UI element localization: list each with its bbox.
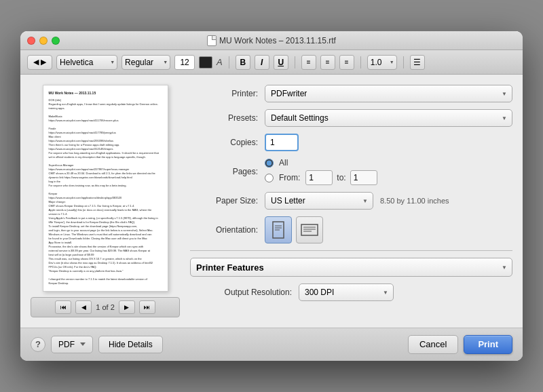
orientation-row: Orientation:	[190, 216, 512, 243]
printer-select[interactable]: PDFwriter	[265, 85, 512, 102]
align-left-button[interactable]: ≡	[301, 55, 316, 70]
close-button[interactable]	[27, 37, 35, 45]
output-resolution-dropdown-wrapper: 300 DPI	[299, 283, 394, 301]
from-page-input[interactable]	[305, 170, 333, 185]
pages-radio-group: All From: to:	[265, 158, 512, 185]
print-dialog: MU Work Notes – 2013.11.15.rtf ◀ ▶ Helve…	[20, 31, 523, 361]
output-resolution-select[interactable]: 300 DPI	[299, 283, 394, 301]
line-height-select[interactable]: 1.0	[367, 55, 397, 70]
first-page-button[interactable]: ⏮	[55, 300, 71, 314]
text-color-picker[interactable]	[199, 56, 212, 68]
presets-select[interactable]: Default Settings	[265, 109, 512, 127]
paper-size-select[interactable]: US Letter	[265, 192, 373, 210]
to-page-input[interactable]	[350, 170, 377, 185]
pages-control: All From: to:	[265, 158, 512, 185]
orientation-label: Orientation:	[190, 225, 265, 235]
font-family-wrapper: Helvetica	[56, 55, 117, 70]
landscape-icon	[301, 223, 318, 237]
help-button[interactable]: ?	[31, 337, 45, 352]
orientation-buttons	[265, 216, 512, 243]
font-size-input[interactable]: 12	[174, 55, 195, 70]
font-family-select[interactable]: Helvetica	[56, 55, 117, 70]
last-page-button[interactable]: ⏭	[139, 300, 155, 314]
paper-dimensions: 8.50 by 11.00 inches	[380, 197, 449, 205]
settings-pane: Printer: PDFwriter Presets: Default Sett…	[190, 85, 512, 317]
printer-row: Printer: PDFwriter	[190, 85, 512, 102]
line-height-wrapper: 1.0	[367, 55, 397, 70]
pages-label: Pages:	[190, 167, 265, 176]
document-icon	[207, 35, 217, 46]
align-center-button[interactable]: ≡	[320, 55, 335, 70]
align-right-button[interactable]: ≡	[339, 55, 354, 70]
traffic-lights	[27, 37, 60, 45]
hide-details-button[interactable]: Hide Details	[98, 336, 163, 353]
paper-size-label: Paper Size:	[190, 196, 265, 205]
document-preview: MU Work Notes — 2013.11.15 DOS (title) R…	[43, 85, 168, 292]
paper-size-inner: US Letter 8.50 by 11.00 inches	[265, 192, 512, 210]
minimize-button[interactable]	[39, 37, 48, 45]
titlebar: MU Work Notes – 2013.11.15.rtf	[20, 31, 523, 50]
orientation-control	[265, 216, 512, 243]
presets-row: Presets: Default Settings	[190, 109, 512, 127]
italic-button[interactable]: I	[255, 55, 269, 70]
divider-2	[295, 56, 295, 68]
printer-dropdown-wrapper: PDFwriter	[265, 85, 512, 102]
copies-row: Copies:	[190, 134, 512, 151]
page-navigation: ⏮ ◀ 1 of 2 ▶ ⏭	[31, 297, 180, 317]
main-area: MU Work Notes — 2013.11.15 DOS (title) R…	[20, 75, 523, 328]
portrait-icon	[272, 221, 285, 239]
paper-size-control: US Letter 8.50 by 11.00 inches	[265, 192, 512, 210]
section-divider	[190, 250, 512, 251]
presets-label: Presets:	[190, 113, 265, 123]
cancel-button[interactable]: Cancel	[408, 335, 458, 354]
presets-control: Default Settings	[265, 109, 512, 127]
printer-label: Printer:	[190, 89, 265, 98]
all-pages-label: All	[279, 158, 288, 168]
copies-control	[265, 134, 512, 151]
portrait-orientation-button[interactable]	[265, 216, 292, 243]
copies-label: Copies:	[190, 138, 265, 147]
features-header: Printer Features	[190, 258, 512, 277]
underline-button[interactable]: U	[274, 55, 288, 70]
output-resolution-row: Output Resolution: 300 DPI	[190, 283, 512, 301]
list-button[interactable]: ☰	[410, 55, 425, 70]
features-dropdown-wrapper: Printer Features	[190, 258, 512, 277]
next-page-button[interactable]: ▶	[119, 300, 135, 314]
toolbar: ◀ ▶ Helvetica Regular 12 A B I U ≡ ≡ ≡ 1…	[20, 50, 523, 75]
preview-content: MU Work Notes — 2013.11.15 DOS (title) R…	[49, 91, 162, 286]
copies-input[interactable]	[265, 134, 299, 151]
bold-button[interactable]: B	[236, 55, 250, 70]
divider-3	[360, 56, 361, 68]
from-to-controls: to:	[305, 170, 377, 185]
font-style-wrapper: Regular	[121, 55, 170, 70]
all-pages-row: All	[265, 158, 512, 168]
italic-a-icon: A	[217, 57, 223, 67]
prev-page-button[interactable]: ◀	[75, 300, 92, 314]
paper-size-row: Paper Size: US Letter 8.50 by 11.00 inch…	[190, 192, 512, 210]
maximize-button[interactable]	[52, 37, 60, 45]
output-resolution-label: Output Resolution:	[190, 288, 299, 297]
pages-row: Pages: All From: to:	[190, 158, 512, 185]
printer-select-wrapper: PDFwriter	[265, 85, 512, 102]
from-pages-radio[interactable]	[265, 174, 274, 182]
from-label: From:	[279, 173, 300, 182]
format-toggle-button[interactable]: ◀ ▶	[27, 55, 52, 70]
window-title: MU Work Notes – 2013.11.15.rtf	[207, 35, 336, 46]
preview-pane: MU Work Notes — 2013.11.15 DOS (title) R…	[31, 85, 180, 317]
svg-rect-4	[301, 224, 318, 235]
pdf-button[interactable]: PDF	[51, 336, 93, 353]
features-section-select[interactable]: Printer Features	[190, 258, 512, 277]
from-to-row: From: to:	[265, 170, 512, 185]
page-indicator: 1 of 2	[96, 303, 115, 311]
divider-4	[403, 56, 404, 68]
all-pages-radio[interactable]	[265, 159, 274, 168]
font-style-select[interactable]: Regular	[121, 55, 170, 70]
bottom-left-controls: ? PDF Hide Details	[31, 336, 163, 353]
print-button[interactable]: Print	[464, 335, 512, 354]
to-label: to:	[337, 173, 345, 182]
landscape-orientation-button[interactable]	[296, 216, 323, 243]
divider-1	[229, 56, 229, 68]
paper-size-dropdown-wrapper: US Letter	[265, 192, 373, 210]
pdf-chevron-icon	[80, 342, 86, 346]
format-toggle-icon: ◀ ▶	[33, 58, 46, 66]
